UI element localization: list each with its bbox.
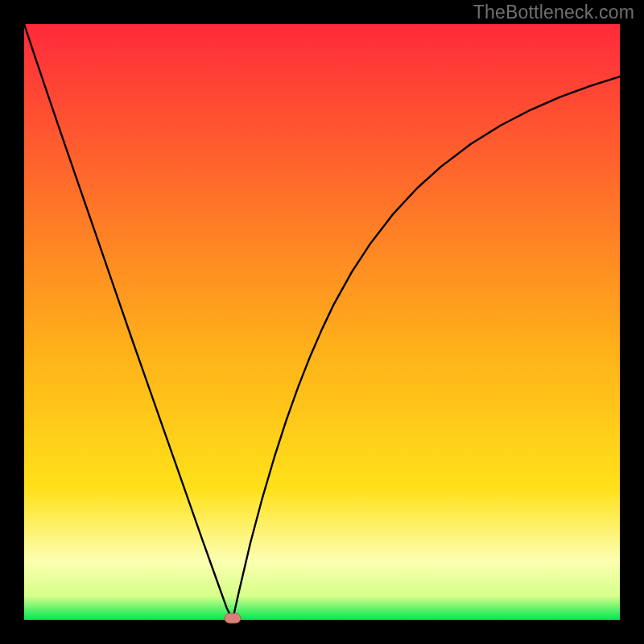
chart-svg (0, 0, 644, 644)
attribution-text: TheBottleneck.com (473, 2, 634, 23)
plot-background (24, 24, 620, 620)
optimum-marker (225, 613, 241, 623)
chart-container: TheBottleneck.com (0, 0, 644, 644)
